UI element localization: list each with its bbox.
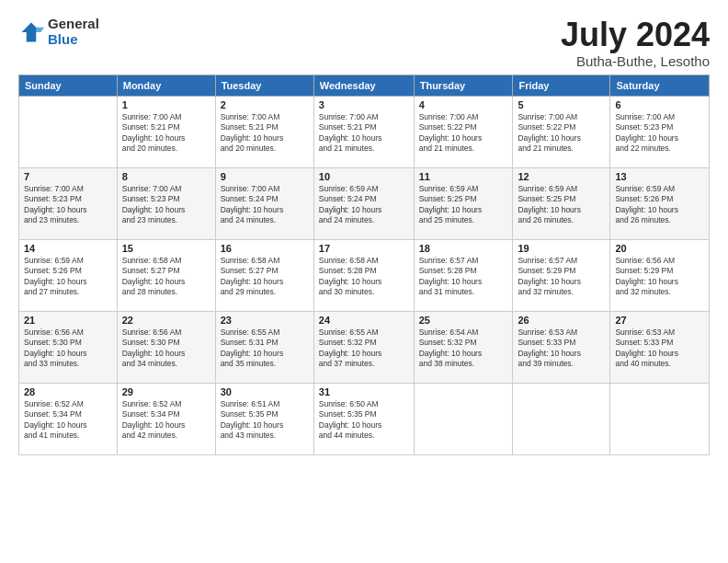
day-number: 21 (24, 315, 112, 326)
calendar-header: Sunday Monday Tuesday Wednesday Thursday… (19, 75, 710, 96)
day-info: Sunrise: 6:53 AMSunset: 5:33 PMDaylight:… (518, 327, 605, 370)
day-info: Sunrise: 6:53 AMSunset: 5:33 PMDaylight:… (615, 327, 704, 370)
calendar-cell: 26Sunrise: 6:53 AMSunset: 5:33 PMDayligh… (513, 311, 610, 383)
day-info: Sunrise: 6:58 AMSunset: 5:27 PMDaylight:… (221, 256, 309, 298)
day-info: Sunrise: 7:00 AMSunset: 5:21 PMDaylight:… (221, 112, 309, 155)
calendar: Sunday Monday Tuesday Wednesday Thursday… (18, 75, 710, 455)
day-info: Sunrise: 6:54 AMSunset: 5:32 PMDaylight:… (419, 327, 508, 370)
day-info: Sunrise: 6:52 AMSunset: 5:34 PMDaylight:… (24, 399, 112, 442)
col-thursday: Thursday (414, 75, 513, 96)
logo-icon (18, 19, 44, 45)
day-info: Sunrise: 6:59 AMSunset: 5:25 PMDaylight:… (518, 184, 605, 226)
calendar-cell: 2Sunrise: 7:00 AMSunset: 5:21 PMDaylight… (215, 96, 313, 167)
col-tuesday: Tuesday (215, 75, 313, 96)
calendar-cell: 14Sunrise: 6:59 AMSunset: 5:26 PMDayligh… (19, 239, 118, 311)
day-info: Sunrise: 6:59 AMSunset: 5:25 PMDaylight:… (419, 184, 508, 226)
day-info: Sunrise: 7:00 AMSunset: 5:23 PMDaylight:… (24, 184, 112, 226)
day-number: 12 (518, 171, 605, 182)
day-number: 7 (24, 171, 112, 182)
day-info: Sunrise: 6:57 AMSunset: 5:28 PMDaylight:… (419, 256, 508, 298)
logo-text: General Blue (48, 17, 99, 47)
day-info: Sunrise: 7:00 AMSunset: 5:22 PMDaylight:… (518, 112, 605, 155)
day-number: 11 (419, 171, 508, 182)
day-info: Sunrise: 6:59 AMSunset: 5:26 PMDaylight:… (615, 184, 704, 226)
day-number: 6 (615, 99, 704, 110)
header-row: Sunday Monday Tuesday Wednesday Thursday… (19, 75, 710, 96)
calendar-cell: 31Sunrise: 6:50 AMSunset: 5:35 PMDayligh… (313, 383, 414, 454)
day-number: 23 (221, 315, 309, 326)
day-number: 3 (319, 99, 409, 110)
day-number: 29 (122, 386, 210, 397)
day-info: Sunrise: 6:52 AMSunset: 5:34 PMDaylight:… (122, 399, 210, 442)
day-number: 8 (122, 171, 210, 182)
day-info: Sunrise: 6:55 AMSunset: 5:31 PMDaylight:… (221, 327, 309, 370)
day-number: 16 (221, 243, 309, 254)
day-number: 27 (615, 315, 704, 326)
calendar-body: 1Sunrise: 7:00 AMSunset: 5:21 PMDaylight… (19, 96, 710, 454)
col-saturday: Saturday (610, 75, 710, 96)
day-info: Sunrise: 6:55 AMSunset: 5:32 PMDaylight:… (319, 327, 409, 370)
day-number: 26 (518, 315, 605, 326)
day-number: 24 (319, 315, 409, 326)
day-number: 17 (319, 243, 409, 254)
calendar-cell: 30Sunrise: 6:51 AMSunset: 5:35 PMDayligh… (215, 383, 313, 454)
day-number: 15 (122, 243, 210, 254)
calendar-cell: 29Sunrise: 6:52 AMSunset: 5:34 PMDayligh… (117, 383, 215, 454)
svg-marker-1 (36, 27, 44, 31)
location: Butha-Buthe, Lesotho (561, 53, 710, 69)
day-info: Sunrise: 6:58 AMSunset: 5:28 PMDaylight:… (319, 256, 409, 298)
day-number: 13 (615, 171, 704, 182)
day-info: Sunrise: 7:00 AMSunset: 5:23 PMDaylight:… (615, 112, 704, 155)
day-info: Sunrise: 7:00 AMSunset: 5:21 PMDaylight:… (319, 112, 409, 155)
calendar-cell: 8Sunrise: 7:00 AMSunset: 5:23 PMDaylight… (117, 167, 215, 239)
day-info: Sunrise: 6:50 AMSunset: 5:35 PMDaylight:… (319, 399, 409, 442)
day-info: Sunrise: 6:59 AMSunset: 5:24 PMDaylight:… (319, 184, 409, 226)
calendar-cell: 9Sunrise: 7:00 AMSunset: 5:24 PMDaylight… (215, 167, 313, 239)
col-monday: Monday (117, 75, 215, 96)
header: General Blue July 2024 Butha-Buthe, Leso… (18, 17, 710, 69)
calendar-cell: 23Sunrise: 6:55 AMSunset: 5:31 PMDayligh… (215, 311, 313, 383)
day-info: Sunrise: 7:00 AMSunset: 5:23 PMDaylight:… (122, 184, 210, 226)
calendar-cell: 5Sunrise: 7:00 AMSunset: 5:22 PMDaylight… (513, 96, 610, 167)
day-info: Sunrise: 6:51 AMSunset: 5:35 PMDaylight:… (221, 399, 309, 442)
day-number: 4 (419, 99, 508, 110)
day-number: 9 (221, 171, 309, 182)
day-info: Sunrise: 7:00 AMSunset: 5:24 PMDaylight:… (221, 184, 309, 226)
calendar-cell: 1Sunrise: 7:00 AMSunset: 5:21 PMDaylight… (117, 96, 215, 167)
day-info: Sunrise: 6:58 AMSunset: 5:27 PMDaylight:… (122, 256, 210, 298)
calendar-week-3: 21Sunrise: 6:56 AMSunset: 5:30 PMDayligh… (19, 311, 710, 383)
calendar-cell: 18Sunrise: 6:57 AMSunset: 5:28 PMDayligh… (414, 239, 513, 311)
calendar-cell (414, 383, 513, 454)
calendar-cell: 28Sunrise: 6:52 AMSunset: 5:34 PMDayligh… (19, 383, 118, 454)
day-info: Sunrise: 6:57 AMSunset: 5:29 PMDaylight:… (518, 256, 605, 298)
day-number: 20 (615, 243, 704, 254)
logo: General Blue (18, 17, 99, 47)
page: General Blue July 2024 Butha-Buthe, Leso… (0, 0, 728, 465)
day-info: Sunrise: 7:00 AMSunset: 5:21 PMDaylight:… (122, 112, 210, 155)
title-block: July 2024 Butha-Buthe, Lesotho (561, 17, 710, 69)
logo-general-text: General (48, 17, 99, 32)
calendar-cell: 21Sunrise: 6:56 AMSunset: 5:30 PMDayligh… (19, 311, 118, 383)
calendar-cell: 22Sunrise: 6:56 AMSunset: 5:30 PMDayligh… (117, 311, 215, 383)
col-friday: Friday (513, 75, 610, 96)
day-number: 18 (419, 243, 508, 254)
calendar-cell: 3Sunrise: 7:00 AMSunset: 5:21 PMDaylight… (313, 96, 414, 167)
day-info: Sunrise: 6:56 AMSunset: 5:30 PMDaylight:… (24, 327, 112, 370)
day-info: Sunrise: 7:00 AMSunset: 5:22 PMDaylight:… (419, 112, 508, 155)
day-number: 19 (518, 243, 605, 254)
calendar-week-4: 28Sunrise: 6:52 AMSunset: 5:34 PMDayligh… (19, 383, 710, 454)
calendar-cell: 15Sunrise: 6:58 AMSunset: 5:27 PMDayligh… (117, 239, 215, 311)
day-info: Sunrise: 6:56 AMSunset: 5:30 PMDaylight:… (122, 327, 210, 370)
calendar-cell: 24Sunrise: 6:55 AMSunset: 5:32 PMDayligh… (313, 311, 414, 383)
calendar-cell: 6Sunrise: 7:00 AMSunset: 5:23 PMDaylight… (610, 96, 710, 167)
day-number: 2 (221, 99, 309, 110)
calendar-cell: 16Sunrise: 6:58 AMSunset: 5:27 PMDayligh… (215, 239, 313, 311)
day-number: 30 (221, 386, 309, 397)
col-wednesday: Wednesday (313, 75, 414, 96)
logo-blue-text: Blue (48, 32, 99, 48)
calendar-cell: 20Sunrise: 6:56 AMSunset: 5:29 PMDayligh… (610, 239, 710, 311)
calendar-cell: 27Sunrise: 6:53 AMSunset: 5:33 PMDayligh… (610, 311, 710, 383)
day-number: 5 (518, 99, 605, 110)
calendar-cell: 11Sunrise: 6:59 AMSunset: 5:25 PMDayligh… (414, 167, 513, 239)
calendar-cell (513, 383, 610, 454)
